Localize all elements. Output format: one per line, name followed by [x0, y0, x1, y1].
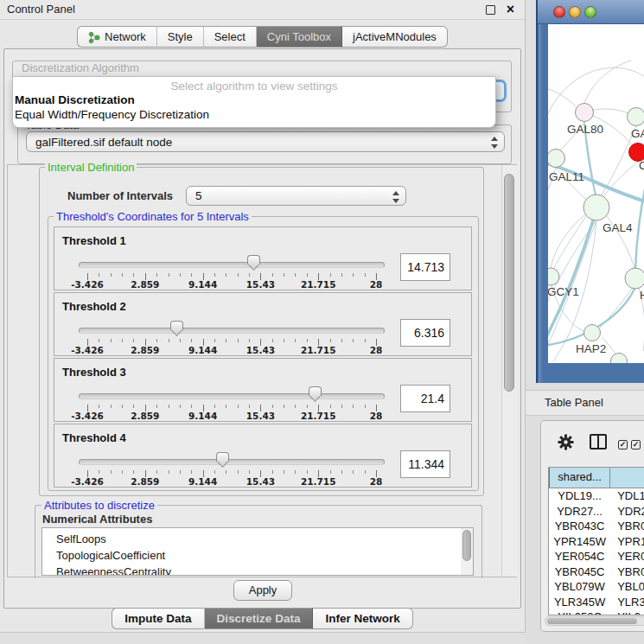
table-row[interactable]: YDL19...YDL1: [549, 488, 644, 504]
algorithm-option-equal-width[interactable]: Equal Width/Frequency Discretization: [15, 108, 209, 121]
panel-title: Control Panel: [7, 3, 75, 16]
attribute-item[interactable]: SelfLoops: [56, 531, 473, 547]
tick-mark: [180, 405, 181, 408]
threshold-value-field[interactable]: 21.4: [400, 385, 450, 412]
tick-label: 15.43: [246, 279, 275, 290]
column-header-name[interactable]: na: [610, 468, 644, 488]
tick-mark: [122, 339, 123, 342]
threshold-slider-thumb[interactable]: [247, 255, 260, 265]
tick-mark: [191, 273, 192, 277]
threshold-slider-track[interactable]: [79, 328, 385, 334]
scrollbar-thumb[interactable]: [462, 530, 471, 561]
threshold-label: Threshold 1: [62, 234, 126, 247]
tab-impute-data[interactable]: Impute Data: [112, 608, 204, 629]
zoom-traffic-light[interactable]: [584, 6, 596, 18]
table-row[interactable]: YBR043CYBR0: [549, 519, 644, 534]
node-clipped-top-right[interactable]: [628, 108, 644, 126]
tab-network[interactable]: Network: [77, 26, 157, 48]
tick-mark: [191, 405, 192, 408]
checkbox-icon[interactable]: ✓: [631, 440, 641, 450]
cell-shared-name: YPR145W: [549, 534, 610, 550]
threshold-slider-track[interactable]: [79, 262, 385, 268]
threshold-value-field[interactable]: 14.713: [400, 253, 450, 281]
scrollbar-thumb[interactable]: [547, 618, 637, 624]
tick-mark: [353, 273, 354, 277]
tick-mark: [226, 470, 226, 474]
tick-label: 2.859: [131, 476, 159, 487]
table-row[interactable]: YDR27...YDR2: [549, 504, 644, 520]
tab-discretize-data[interactable]: Discretize Data: [205, 608, 314, 629]
tab-infer-network[interactable]: Infer Network: [313, 608, 412, 629]
tick-mark: [249, 405, 250, 408]
tick-mark: [295, 405, 296, 408]
close-traffic-light[interactable]: [553, 6, 565, 18]
table-row[interactable]: YIL052CYIL0: [549, 609, 644, 615]
tick-label: 28: [370, 411, 383, 421]
attribute-item[interactable]: BetweennessCentrality: [56, 564, 473, 576]
table-row[interactable]: YLR345WYLR3: [549, 595, 644, 610]
minimize-traffic-light[interactable]: [569, 6, 581, 18]
node-gal4[interactable]: [583, 194, 609, 220]
tab-label: Select: [214, 27, 245, 47]
checkbox-icon[interactable]: ✓: [618, 440, 628, 450]
algorithm-option-manual[interactable]: Manual Discretization: [15, 93, 135, 106]
num-intervals-combobox[interactable]: 5: [186, 186, 406, 206]
tick-mark: [226, 405, 226, 408]
tick-mark: [238, 405, 239, 408]
cell-name: YDR2: [610, 504, 644, 520]
network-canvas[interactable]: GAL80 GA C GAL11 GAL4 GCY1 H HAP2: [548, 24, 644, 363]
threshold-slider-thumb[interactable]: [216, 452, 229, 462]
node-clipped-mid-right[interactable]: [625, 268, 644, 289]
node-gal11[interactable]: [548, 150, 565, 168]
control-panel-tab-bar: Network Style Select Cyni Toolbox jActiv…: [0, 26, 525, 48]
tick-label: 28: [370, 279, 383, 290]
horizontal-scrollbar[interactable]: [545, 616, 644, 626]
column-header-shared-name[interactable]: shared...: [549, 468, 610, 488]
apply-button[interactable]: Apply: [233, 580, 292, 601]
slider-tick-labels: -3.4262.8599.14415.4321.71528: [79, 411, 385, 421]
close-icon[interactable]: ×: [507, 0, 514, 19]
float-window-icon[interactable]: [486, 5, 495, 15]
tab-style[interactable]: Style: [157, 26, 204, 48]
tick-mark: [353, 470, 354, 474]
tick-mark: [365, 339, 366, 342]
tick-mark: [169, 339, 169, 342]
threshold-slider-track[interactable]: [79, 393, 385, 399]
tab-select[interactable]: Select: [204, 26, 257, 48]
vertical-scrollbar[interactable]: [501, 165, 517, 577]
interval-definition-title: Interval Definition: [45, 161, 137, 174]
threshold-value-field[interactable]: 11.344: [400, 450, 450, 478]
node-gal80[interactable]: [576, 104, 594, 122]
tab-label: jActiveMNodules: [353, 27, 437, 47]
cell-shared-name: YDR27...: [549, 504, 610, 520]
tick-mark: [133, 405, 134, 408]
tick-mark: [365, 470, 366, 474]
node-hap2[interactable]: [584, 325, 601, 341]
threshold-slider-track[interactable]: [79, 459, 385, 465]
threshold-value-field[interactable]: 6.316: [400, 319, 450, 347]
table-data-combobox[interactable]: galFiltered.sif default node: [26, 131, 505, 152]
threshold-slider-thumb[interactable]: [170, 321, 183, 330]
table-row[interactable]: YPR145WYPR1: [549, 534, 644, 550]
tick-mark: [341, 470, 342, 474]
node-clipped-bottom[interactable]: [611, 354, 628, 364]
numerical-attributes-list[interactable]: SelfLoopsTopologicalCoefficientBetweenne…: [41, 527, 474, 576]
node-gcy1[interactable]: [548, 268, 559, 285]
tab-jactivemnodules[interactable]: jActiveMNodules: [342, 26, 448, 48]
threshold-slider-thumb[interactable]: [309, 386, 322, 396]
tick-mark: [330, 273, 331, 277]
attribute-item[interactable]: TopologicalCoefficient: [56, 547, 473, 564]
network-window-titlebar[interactable]: [538, 0, 644, 24]
attributes-scrollbar[interactable]: [461, 528, 473, 575]
tab-cyni-toolbox[interactable]: Cyni Toolbox: [257, 26, 342, 48]
scrollbar-thumb[interactable]: [504, 174, 514, 392]
tick-label: 9.144: [188, 476, 217, 487]
table-row[interactable]: YBL079WYBL0: [549, 579, 644, 595]
split-columns-icon[interactable]: [590, 434, 607, 450]
tick-mark: [272, 405, 273, 408]
tick-mark: [249, 339, 250, 342]
table-row[interactable]: YER054CYER0: [549, 549, 644, 564]
table-row[interactable]: YBR045CYBR0: [549, 564, 644, 580]
gear-icon[interactable]: [558, 434, 574, 450]
attributes-group-title: Attributes to discretize: [41, 499, 157, 512]
